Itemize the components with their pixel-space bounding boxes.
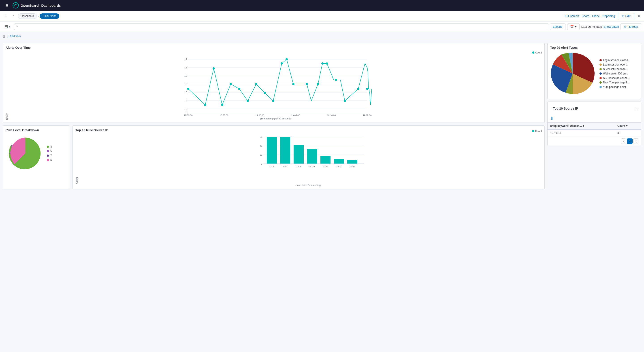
svg-text:31,101: 31,101 <box>309 165 315 167</box>
calendar-icon: 📅 <box>570 25 574 28</box>
svg-rect-58 <box>334 159 344 164</box>
full-screen-button[interactable]: Full screen <box>565 14 579 18</box>
svg-text:18:55:00: 18:55:00 <box>220 114 228 117</box>
svg-point-35 <box>344 100 346 102</box>
svg-text:18:50:00: 18:50:00 <box>184 114 193 117</box>
show-dates-button[interactable]: Show dates <box>604 25 619 28</box>
clone-button[interactable]: Clone <box>592 14 600 18</box>
calendar-button[interactable]: 📅 ▾ <box>567 23 580 30</box>
rule-pie-wrapper: 3 5 7 6 <box>6 134 67 173</box>
legend-dot-web400 <box>600 72 602 75</box>
ip-cell: 127.0.0.1 <box>548 129 615 137</box>
top10-source-ip-title: Top 10 Source IP <box>550 104 581 112</box>
settings-button[interactable]: ⚙ <box>637 13 641 18</box>
legend-item-ssh: SSH insecure conne... <box>600 76 630 80</box>
svg-point-22 <box>238 88 240 90</box>
sort-desc-icon: ▾ <box>583 124 584 127</box>
next-page-button[interactable]: › <box>634 138 638 144</box>
legend-label-3: 3 <box>50 145 52 148</box>
count-cell: 33 <box>615 129 641 137</box>
legend-label-login-closed: Login session closed. <box>603 59 629 62</box>
count-legend-dot <box>532 51 534 54</box>
legend-item-web400: Web server 400 err... <box>600 72 630 75</box>
save-query-button[interactable]: 💾 ▾ <box>3 24 12 29</box>
svg-text:12: 12 <box>184 66 187 69</box>
svg-point-20 <box>221 104 223 106</box>
top10-rule-source-id-title: Top 10 Rule Source ID <box>76 128 108 132</box>
rule-level-breakdown-title: Rule Level Breakdown <box>6 128 67 132</box>
svg-text:19:05:00: 19:05:00 <box>291 114 300 117</box>
svg-point-29 <box>292 83 294 85</box>
col-srcip[interactable]: srcip.keyword: Descen... ▾ <box>548 123 615 130</box>
edit-button[interactable]: ✏ Edit <box>618 13 634 19</box>
refresh-icon: ↺ <box>624 25 626 28</box>
legend-dot-login-closed <box>600 59 602 61</box>
refresh-button[interactable]: ↺ Refresh <box>620 23 641 30</box>
chevron-down-icon: ▾ <box>575 25 577 28</box>
svg-text:20: 20 <box>260 154 262 156</box>
bar-chart-wrapper: Count 60 40 20 0 <box>76 135 542 184</box>
svg-text:2,934: 2,934 <box>350 165 355 167</box>
legend-item-login-open: Login session open... <box>600 63 630 66</box>
legend-label-ssh: SSH insecure conne... <box>603 76 630 80</box>
svg-text:10: 10 <box>184 74 187 77</box>
svg-point-34 <box>335 79 337 81</box>
legend-label-yum-delete: Yum package delet... <box>603 85 628 88</box>
svg-point-23 <box>246 100 249 102</box>
col-count[interactable]: Count ▾ <box>615 123 641 130</box>
legend-label-login-open: Login session open... <box>603 63 628 66</box>
svg-point-32 <box>321 62 324 65</box>
share-button[interactable]: Share <box>582 14 590 18</box>
svg-text:60: 60 <box>260 136 262 138</box>
app-name-label: OpenSearch Dashboards <box>20 3 61 7</box>
svg-point-36 <box>357 88 359 90</box>
lucene-button[interactable]: Lucene <box>550 23 566 30</box>
pie-wrapper: Login session closed. Login session open… <box>550 51 638 96</box>
alerts-over-time-title: Alerts Over Time <box>6 46 542 49</box>
legend-dot-7 <box>47 155 49 157</box>
legend-item-new-yum: New Yum package i... <box>600 81 630 84</box>
legend-label-web400: Web server 400 err... <box>603 72 628 75</box>
home-button[interactable]: ⌂ <box>11 13 16 18</box>
legend-dot-5 <box>47 150 49 152</box>
breadcrumb-dashboard[interactable]: Dashboard <box>18 13 37 19</box>
svg-point-37 <box>366 88 368 90</box>
legend-item-yum-delete: Yum package delet... <box>600 85 630 88</box>
count-sort[interactable]: Count ▾ <box>617 124 638 127</box>
rule-pie-chart <box>8 135 43 171</box>
menu-toggle-button[interactable]: ☰ <box>3 13 9 18</box>
breadcrumb-hids-alerts[interactable]: HIDS Alerts <box>40 13 59 19</box>
options-button[interactable]: ⋯ <box>634 106 638 111</box>
line-chart-svg: 14 12 10 8 6 4 2 0 <box>9 55 542 117</box>
prev-page-button[interactable]: ‹ <box>621 138 626 144</box>
alert-types-legend: Login session closed. Login session open… <box>600 59 630 88</box>
legend-item-7: 7 <box>47 154 52 157</box>
count-label: Count <box>617 124 625 127</box>
alerts-over-time-chart: Count Count <box>6 51 542 120</box>
table-row: 127.0.0.1 33 <box>548 129 641 137</box>
reporting-button[interactable]: Reporting <box>602 14 615 18</box>
menu-button[interactable]: ☰ <box>4 3 10 8</box>
filter-bar: 💾 ▾ Lucene 📅 ▾ Last 30 minutes Show date… <box>0 21 644 32</box>
svg-text:4: 4 <box>186 99 187 102</box>
srcip-sort[interactable]: srcip.keyword: Descen... ▾ <box>550 124 612 127</box>
top20-alert-types-title: Top 20 Alert Types <box>550 46 638 49</box>
add-filter-button[interactable]: + Add filter <box>7 34 21 38</box>
rule-level-legend: 3 5 7 6 <box>47 145 52 162</box>
bar-chart-svg: 60 40 20 0 <box>79 135 542 184</box>
srcip-label: srcip.keyword: Descen... <box>550 124 582 127</box>
svg-rect-54 <box>280 137 290 164</box>
logo: OpenSearch Dashboards <box>12 2 61 8</box>
current-page-button[interactable]: 1 <box>627 138 632 144</box>
opensearch-logo-icon <box>12 2 19 8</box>
download-button[interactable]: ⬇ <box>550 116 554 121</box>
time-range-label: Last 30 minutes <box>581 25 602 28</box>
svg-text:2: 2 <box>186 108 187 110</box>
query-input[interactable] <box>14 23 548 30</box>
svg-text:2,932: 2,932 <box>336 165 342 167</box>
svg-text:0: 0 <box>186 111 187 114</box>
svg-rect-55 <box>294 145 304 164</box>
bar-count-dot <box>532 130 534 132</box>
filter-circle-icon: ◎ <box>3 34 5 38</box>
chart-svg-wrapper: 14 12 10 8 6 4 2 0 <box>9 55 542 120</box>
